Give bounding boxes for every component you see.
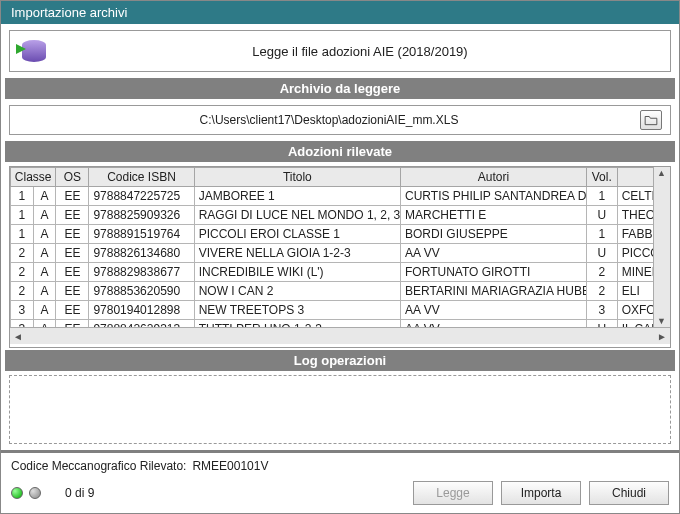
cell-autori[interactable]: MARCHETTI E xyxy=(401,206,587,225)
cell-vol[interactable]: U xyxy=(586,320,617,328)
cell-titolo[interactable]: TUTTI PER UNO 1-2-3 xyxy=(194,320,400,328)
cell-os[interactable]: EE xyxy=(56,225,89,244)
cell-isbn[interactable]: 9780194012898 xyxy=(89,301,194,320)
cell-autori[interactable]: CURTIS PHILIP SANTANDREA DONATE xyxy=(401,187,587,206)
cell-titolo[interactable]: PICCOLI EROI CLASSE 1 xyxy=(194,225,400,244)
cell-isbn[interactable]: 9788826134680 xyxy=(89,244,194,263)
status-led-grey xyxy=(29,487,41,499)
col-header-vol[interactable]: Vol. xyxy=(586,168,617,187)
cell-c1[interactable]: 1 xyxy=(11,187,34,206)
table-header-row: Classe OS Codice ISBN Titolo Autori Vol. xyxy=(11,168,671,187)
cell-c2[interactable]: A xyxy=(33,206,56,225)
cell-autori[interactable]: BORDI GIUSEPPE xyxy=(401,225,587,244)
cell-os[interactable]: EE xyxy=(56,282,89,301)
file-path-text: C:\Users\client17\Desktop\adozioniAIE_mm… xyxy=(18,113,640,127)
scroll-left-icon[interactable]: ◄ xyxy=(10,329,26,343)
cell-c2[interactable]: A xyxy=(33,320,56,328)
folder-open-icon xyxy=(644,114,658,126)
cell-titolo[interactable]: INCREDIBILE WIKI (L') xyxy=(194,263,400,282)
table-row[interactable]: 2AEE9788853620590NOW I CAN 2BERTARINI MA… xyxy=(11,282,671,301)
cell-c2[interactable]: A xyxy=(33,301,56,320)
cell-vol[interactable]: 2 xyxy=(586,263,617,282)
col-header-isbn[interactable]: Codice ISBN xyxy=(89,168,194,187)
cell-isbn[interactable]: 9788829838677 xyxy=(89,263,194,282)
file-path-box: C:\Users\client17\Desktop\adozioniAIE_mm… xyxy=(9,105,671,135)
cell-c2[interactable]: A xyxy=(33,225,56,244)
col-header-autori[interactable]: Autori xyxy=(401,168,587,187)
col-header-classe[interactable]: Classe xyxy=(11,168,56,187)
col-header-titolo[interactable]: Titolo xyxy=(194,168,400,187)
cell-c1[interactable]: 2 xyxy=(11,282,34,301)
table-row[interactable]: 1AEE9788825909326RAGGI DI LUCE NEL MONDO… xyxy=(11,206,671,225)
cell-autori[interactable]: AA VV xyxy=(401,244,587,263)
cell-os[interactable]: EE xyxy=(56,263,89,282)
cell-autori[interactable]: AA VV xyxy=(401,301,587,320)
cell-titolo[interactable]: VIVERE NELLA GIOIA 1-2-3 xyxy=(194,244,400,263)
cell-c1[interactable]: 3 xyxy=(11,320,34,328)
cell-os[interactable]: EE xyxy=(56,301,89,320)
cell-autori[interactable]: BERTARINI MARIAGRAZIA HUBER MAI xyxy=(401,282,587,301)
horizontal-scrollbar[interactable]: ◄ ► xyxy=(10,327,670,344)
cell-isbn[interactable]: 9788825909326 xyxy=(89,206,194,225)
chiudi-button[interactable]: Chiudi xyxy=(589,481,669,505)
vertical-scrollbar[interactable] xyxy=(653,167,670,327)
header-panel: Legge il file adozioni AIE (2018/2019) xyxy=(9,30,671,72)
section-file-to-read: Archivio da leggere xyxy=(5,78,675,99)
cell-c1[interactable]: 1 xyxy=(11,225,34,244)
app-window: Importazione archivi Legge il file adozi… xyxy=(0,0,680,514)
cell-os[interactable]: EE xyxy=(56,187,89,206)
cell-titolo[interactable]: JAMBOREE 1 xyxy=(194,187,400,206)
cell-os[interactable]: EE xyxy=(56,244,89,263)
cell-autori[interactable]: AA VV xyxy=(401,320,587,328)
cell-isbn[interactable]: 9788847225725 xyxy=(89,187,194,206)
database-import-icon xyxy=(16,36,50,66)
progress-text: 0 di 9 xyxy=(65,486,94,500)
legge-button[interactable]: Legge xyxy=(413,481,493,505)
col-header-os[interactable]: OS xyxy=(56,168,89,187)
cell-vol[interactable]: 1 xyxy=(586,187,617,206)
cell-titolo[interactable]: NEW TREETOPS 3 xyxy=(194,301,400,320)
footer-buttons: Legge Importa Chiudi xyxy=(413,481,669,505)
table-row[interactable]: 3AEE9788842629313TUTTI PER UNO 1-2-3AA V… xyxy=(11,320,671,328)
cell-os[interactable]: EE xyxy=(56,206,89,225)
adoptions-grid: Classe OS Codice ISBN Titolo Autori Vol.… xyxy=(9,166,671,348)
table-row[interactable]: 3AEE9780194012898NEW TREETOPS 3AA VV3OXF… xyxy=(11,301,671,320)
cell-titolo[interactable]: NOW I CAN 2 xyxy=(194,282,400,301)
open-file-button[interactable] xyxy=(640,110,662,130)
cell-c1[interactable]: 1 xyxy=(11,206,34,225)
cell-isbn[interactable]: 9788853620590 xyxy=(89,282,194,301)
cell-titolo[interactable]: RAGGI DI LUCE NEL MONDO 1, 2, 3 + EBO xyxy=(194,206,400,225)
cell-autori[interactable]: FORTUNATO GIROTTI xyxy=(401,263,587,282)
footer-controls-row: 0 di 9 Legge Importa Chiudi xyxy=(11,481,669,505)
cell-isbn[interactable]: 9788842629313 xyxy=(89,320,194,328)
table-row[interactable]: 2AEE9788829838677INCREDIBILE WIKI (L')FO… xyxy=(11,263,671,282)
section-log: Log operazioni xyxy=(5,350,675,371)
footer-panel: Codice Meccanografico Rilevato: RMEE0010… xyxy=(1,450,679,513)
cell-c2[interactable]: A xyxy=(33,263,56,282)
detected-code-value: RMEE00101V xyxy=(192,459,268,473)
adoptions-table: Classe OS Codice ISBN Titolo Autori Vol.… xyxy=(10,167,670,327)
status-led-green xyxy=(11,487,23,499)
detected-code-row: Codice Meccanografico Rilevato: RMEE0010… xyxy=(11,459,669,473)
cell-vol[interactable]: 3 xyxy=(586,301,617,320)
cell-isbn[interactable]: 9788891519764 xyxy=(89,225,194,244)
table-row[interactable]: 1AEE9788847225725JAMBOREE 1CURTIS PHILIP… xyxy=(11,187,671,206)
cell-os[interactable]: EE xyxy=(56,320,89,328)
log-output[interactable] xyxy=(9,375,671,444)
header-text: Legge il file adozioni AIE (2018/2019) xyxy=(50,44,670,59)
table-row[interactable]: 2AEE9788826134680VIVERE NELLA GIOIA 1-2-… xyxy=(11,244,671,263)
importa-button[interactable]: Importa xyxy=(501,481,581,505)
scroll-right-icon[interactable]: ► xyxy=(654,329,670,343)
cell-vol[interactable]: U xyxy=(586,244,617,263)
cell-c1[interactable]: 2 xyxy=(11,244,34,263)
cell-c1[interactable]: 3 xyxy=(11,301,34,320)
cell-c2[interactable]: A xyxy=(33,187,56,206)
cell-vol[interactable]: 1 xyxy=(586,225,617,244)
cell-vol[interactable]: 2 xyxy=(586,282,617,301)
cell-c2[interactable]: A xyxy=(33,282,56,301)
cell-vol[interactable]: U xyxy=(586,206,617,225)
window-title: Importazione archivi xyxy=(11,5,127,20)
cell-c2[interactable]: A xyxy=(33,244,56,263)
cell-c1[interactable]: 2 xyxy=(11,263,34,282)
table-row[interactable]: 1AEE9788891519764PICCOLI EROI CLASSE 1BO… xyxy=(11,225,671,244)
